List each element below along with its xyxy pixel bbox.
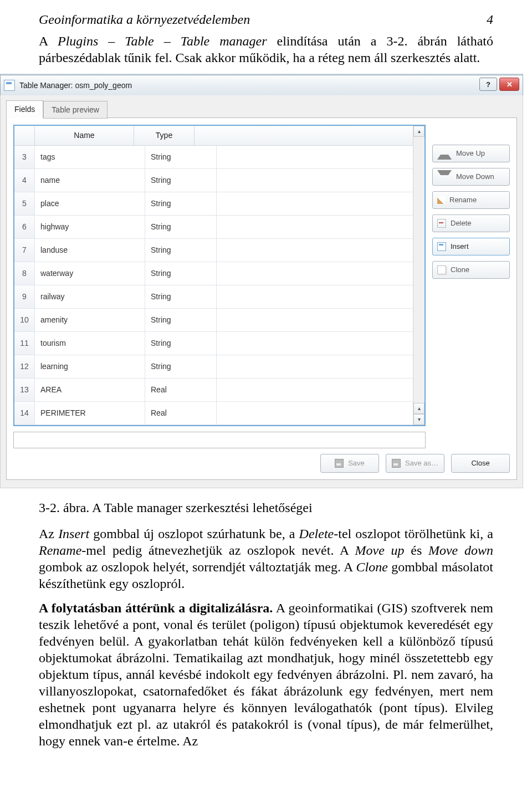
page-header: Geoinformatika a környezetvédelemben 4 <box>39 12 493 27</box>
app-icon <box>4 80 15 91</box>
clone-button[interactable]: Clone <box>432 261 510 279</box>
delete-button[interactable]: Delete <box>432 214 510 232</box>
field-type: String <box>145 216 217 239</box>
row-index: 10 <box>14 309 35 332</box>
field-name: highway <box>35 216 145 239</box>
save-as-icon <box>392 459 401 468</box>
save-as-button[interactable]: Save as… <box>386 454 444 473</box>
help-button[interactable]: ? <box>479 78 497 91</box>
table-row[interactable]: 9railwayString <box>14 285 413 309</box>
row-index: 7 <box>14 239 35 262</box>
table-row[interactable]: 3tagsString <box>14 146 413 169</box>
header-title: Geoinformatika a környezetvédelemben <box>39 12 250 27</box>
col-name[interactable]: Name <box>35 126 134 146</box>
field-type: String <box>145 169 217 192</box>
row-index: 5 <box>14 192 35 216</box>
table-row[interactable]: 14PERIMETERReal <box>14 402 413 425</box>
intro-paragraph: A Plugins – Table – Table manager elindí… <box>39 33 493 66</box>
screenshot-figure: Table Manager: osm_poly_geom ? ✕ Fields … <box>0 74 523 488</box>
window-titlebar: Table Manager: osm_poly_geom ? ✕ <box>0 75 523 95</box>
field-type: Real <box>145 402 217 425</box>
arrow-up-icon <box>437 147 452 160</box>
tab-fields[interactable]: Fields <box>6 100 43 118</box>
field-name: AREA <box>35 379 145 402</box>
scroll-down-icon[interactable]: ▾ <box>413 414 424 425</box>
table-row[interactable]: 13AREAReal <box>14 379 413 402</box>
clone-icon <box>437 265 446 274</box>
table-row[interactable]: 8waterwayString <box>14 262 413 285</box>
save-icon <box>335 459 344 468</box>
field-type: String <box>145 192 217 216</box>
table-row[interactable]: 7landuseString <box>14 239 413 262</box>
row-index: 8 <box>14 262 35 285</box>
field-name: PERIMETER <box>35 402 145 425</box>
field-type: String <box>145 262 217 285</box>
insert-button[interactable]: Insert <box>432 238 510 255</box>
close-button[interactable]: Close <box>451 454 510 473</box>
row-index: 12 <box>14 355 35 379</box>
delete-icon <box>437 219 446 228</box>
tab-table-preview[interactable]: Table preview <box>43 101 108 119</box>
arrow-down-icon <box>437 170 452 183</box>
field-type: String <box>145 355 217 379</box>
move-up-button[interactable]: Move Up <box>432 145 510 162</box>
field-name: waterway <box>35 262 145 285</box>
field-name: amenity <box>35 309 145 332</box>
col-type[interactable]: Type <box>134 126 195 146</box>
field-type: String <box>145 146 217 169</box>
field-name: tags <box>35 146 145 169</box>
scroll-up2-icon[interactable]: ▴ <box>413 403 424 414</box>
field-type: String <box>145 239 217 262</box>
table-row[interactable]: 5placeString <box>14 192 413 216</box>
paragraph-2: Az Insert gombbal új oszlopot szúrhatunk… <box>39 525 493 592</box>
table-row[interactable]: 4nameString <box>14 169 413 192</box>
window-close-button[interactable]: ✕ <box>499 78 519 91</box>
paragraph-3: A folytatásban áttérünk a digitalizálásr… <box>39 600 493 749</box>
field-name: learning <box>35 355 145 379</box>
row-index: 14 <box>14 402 35 425</box>
table-row[interactable]: 12learningString <box>14 355 413 379</box>
field-name: landuse <box>35 239 145 262</box>
table-row[interactable]: 10amenityString <box>14 309 413 332</box>
field-type: Real <box>145 379 217 402</box>
row-index: 9 <box>14 285 35 309</box>
move-down-button[interactable]: Move Down <box>432 168 510 186</box>
row-index: 11 <box>14 332 35 355</box>
page-number: 4 <box>487 12 493 27</box>
fields-table: Name Type 3tagsString4nameString5placeSt… <box>13 125 426 426</box>
field-name: name <box>35 169 145 192</box>
rename-icon <box>437 196 445 204</box>
table-header: Name Type <box>14 126 413 146</box>
field-type: String <box>145 285 217 309</box>
save-button[interactable]: Save <box>320 454 379 473</box>
table-row[interactable]: 11tourismString <box>14 332 413 355</box>
expression-input[interactable] <box>13 432 426 448</box>
figure-caption: 3-2. ábra. A Table manager szerkesztési … <box>39 500 493 515</box>
row-index: 4 <box>14 169 35 192</box>
row-index: 6 <box>14 216 35 239</box>
vertical-scrollbar[interactable]: ▴ ▴ ▾ <box>413 126 424 425</box>
field-name: tourism <box>35 332 145 355</box>
rename-button[interactable]: Rename <box>432 191 510 209</box>
table-row[interactable]: 6highwayString <box>14 216 413 239</box>
field-name: place <box>35 192 145 216</box>
field-name: railway <box>35 285 145 309</box>
insert-icon <box>437 242 446 251</box>
row-index: 13 <box>14 379 35 402</box>
row-index: 3 <box>14 146 35 169</box>
scroll-up-icon[interactable]: ▴ <box>413 126 424 137</box>
window-title: Table Manager: osm_poly_geom <box>19 81 132 89</box>
field-type: String <box>145 332 217 355</box>
field-type: String <box>145 309 217 332</box>
